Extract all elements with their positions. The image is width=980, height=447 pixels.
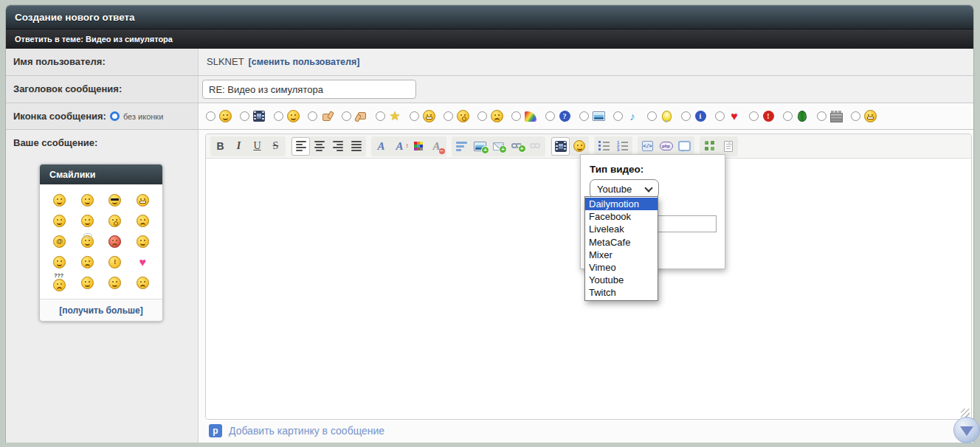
video-type-option-twitch[interactable]: Twitch: [585, 286, 658, 299]
wink-smiley-radio[interactable]: [206, 111, 215, 121]
underline-button[interactable]: U: [248, 137, 266, 156]
laugh-smiley-icon[interactable]: [51, 192, 69, 209]
angry-smiley-icon[interactable]: [106, 233, 124, 250]
video-type-option-youtube[interactable]: Youtube: [585, 274, 658, 286]
toggle-source-button[interactable]: [719, 137, 737, 156]
message-label-cell: Ваше ссобщение: Смайлики @!♥??? [получит…: [6, 130, 199, 443]
bug-radio[interactable]: [783, 111, 793, 121]
toolbar-group-text-format: BIUS: [210, 136, 286, 156]
message-icon-option: [579, 110, 605, 123]
question-mark-radio[interactable]: [545, 111, 555, 121]
annoyed-smiley-icon[interactable]: [134, 212, 151, 229]
message-icon-option: [783, 110, 809, 123]
video-type-option-liveleak[interactable]: Liveleak: [585, 223, 658, 235]
star-radio[interactable]: [376, 111, 385, 121]
exclamation-radio[interactable]: [749, 111, 759, 121]
angel-smiley-icon[interactable]: [78, 233, 96, 250]
cool-smiley-icon[interactable]: [106, 192, 124, 209]
smile-smiley-icon[interactable]: [78, 192, 96, 209]
video-type-option-dailymotion[interactable]: Dailymotion: [585, 198, 658, 210]
tongue-smiley-radio[interactable]: [274, 111, 283, 121]
postimage-icon: p: [209, 424, 222, 437]
align-right-button[interactable]: [328, 137, 347, 156]
music-note-radio[interactable]: [613, 111, 623, 121]
smug-smiley-icon[interactable]: [78, 254, 96, 271]
castle-wall-radio[interactable]: [817, 111, 827, 121]
grin-smiley-radio[interactable]: [410, 111, 419, 121]
italic-button[interactable]: I: [230, 137, 248, 156]
rolleyes-smiley-icon[interactable]: [106, 212, 124, 229]
message-icon-option: [444, 110, 469, 123]
insert-php-button[interactable]: php: [657, 137, 675, 156]
video-type-option-metacafe[interactable]: MetaCafe: [585, 236, 658, 249]
light-bulb-radio[interactable]: [647, 111, 657, 121]
unsure-smiley-radio[interactable]: [477, 111, 487, 121]
video-type-option-vimeo[interactable]: Vimeo: [585, 261, 658, 274]
insert-spoiler-button[interactable]: [700, 137, 719, 156]
insert-emoticon-button[interactable]: [570, 137, 588, 156]
subject-row: Заголовок сообщения:: [6, 76, 973, 103]
film-frame-radio[interactable]: [240, 111, 249, 121]
bullet-list-button[interactable]: [595, 137, 613, 156]
thumbs-up-radio[interactable]: [308, 111, 317, 121]
exclaim-smiley-icon[interactable]: !: [106, 254, 124, 271]
align-center-button[interactable]: [310, 137, 328, 156]
thumbs-down-radio[interactable]: [342, 111, 351, 121]
at-smiley-icon[interactable]: @: [51, 233, 69, 250]
remove-format-button[interactable]: A: [427, 137, 446, 156]
change-user-link[interactable]: [сменить пользователя]: [249, 57, 360, 67]
insert-line-button[interactable]: [452, 137, 471, 156]
insert-link-button[interactable]: [508, 137, 526, 156]
insert-quote-button[interactable]: [675, 137, 694, 156]
bold-button[interactable]: B: [211, 137, 230, 156]
confused-smiley-icon[interactable]: ???: [51, 274, 69, 291]
insert-email-button[interactable]: [489, 137, 508, 156]
font-family-button[interactable]: A: [372, 137, 390, 156]
rainbow-icon: [524, 110, 537, 123]
squint-smiley-icon[interactable]: [51, 254, 69, 271]
align-justify-button[interactable]: [347, 137, 365, 156]
grin-smiley-icon: [422, 110, 435, 123]
insert-image-button[interactable]: [471, 137, 489, 156]
remove-link-button[interactable]: [526, 137, 545, 156]
numbered-list-button[interactable]: [613, 137, 632, 156]
big-grin-smiley-radio[interactable]: [851, 111, 860, 121]
add-image-link[interactable]: Добавить картинку в сообщение: [229, 425, 384, 437]
message-icon-option: ♪: [613, 110, 639, 123]
music-note-icon: ♪: [626, 110, 639, 123]
panel-subheader: Ответить в теме: Видео из симулятора: [6, 30, 973, 49]
info-radio[interactable]: [681, 111, 691, 121]
content-smiley-icon[interactable]: [78, 212, 96, 229]
castle-wall-icon: [829, 110, 843, 123]
font-color-button[interactable]: [409, 137, 427, 156]
surprised-smiley-radio[interactable]: [444, 111, 453, 121]
insert-code-button[interactable]: </>: [638, 137, 657, 156]
heart-radio[interactable]: [715, 111, 725, 121]
smiley-panel-header: Смайлики: [40, 164, 162, 184]
align-left-button[interactable]: [291, 137, 310, 156]
message-icon-option: ★: [376, 110, 401, 123]
rainbow-radio[interactable]: [511, 111, 521, 121]
strikethrough-button[interactable]: S: [266, 137, 285, 156]
subject-label: Заголовок сообщения:: [6, 76, 199, 103]
video-type-option-mixer[interactable]: Mixer: [585, 249, 658, 261]
get-more-smileys-link[interactable]: [получить больше]: [59, 305, 142, 316]
video-type-option-facebook[interactable]: Facebook: [585, 210, 658, 223]
grin-teeth-smiley-icon[interactable]: [134, 192, 151, 209]
wink-smiley-icon[interactable]: [106, 274, 124, 291]
idea-smiley-icon[interactable]: [78, 274, 96, 291]
thinking-smiley-icon[interactable]: [134, 274, 151, 291]
message-icon-option: ♥: [715, 110, 741, 123]
picture-radio[interactable]: [579, 111, 589, 121]
blush-smiley-icon[interactable]: [134, 233, 151, 250]
heart-smiley-icon[interactable]: ♥: [134, 254, 151, 271]
username-value-cell: SLKNET [сменить пользователя]: [199, 49, 973, 75]
insert-video-button[interactable]: [551, 137, 570, 156]
smiley-panel-footer: [получить больше]: [40, 299, 162, 321]
font-size-button[interactable]: A↕: [390, 137, 409, 156]
no-icon-radio[interactable]: [110, 111, 120, 121]
down-triangle-icon: [960, 426, 973, 436]
tongue-smiley-icon[interactable]: [51, 212, 69, 229]
scroll-down-button[interactable]: [953, 417, 980, 443]
subject-input[interactable]: [202, 80, 416, 99]
